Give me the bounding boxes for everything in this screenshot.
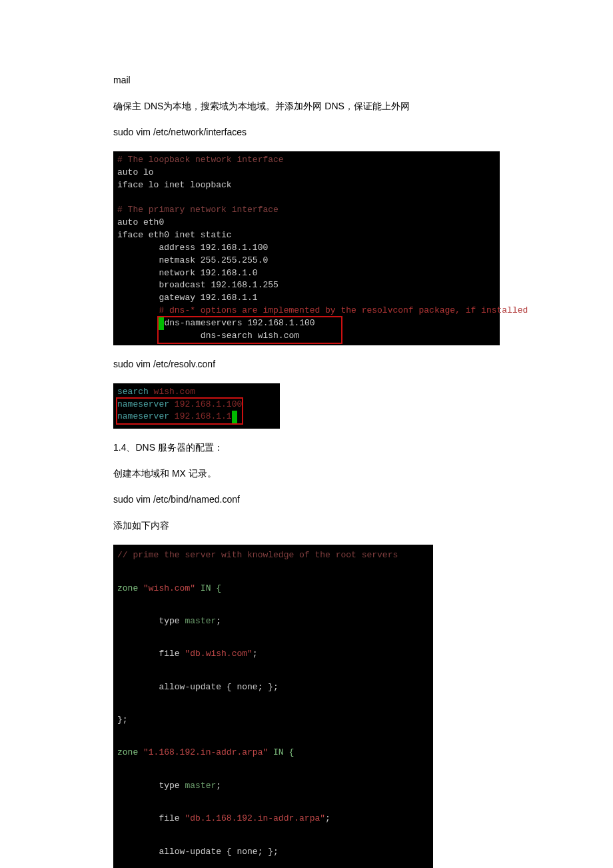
term3-l3b: master — [185, 616, 216, 626]
term3-l9c: ; — [325, 813, 330, 823]
term3-l4b: "db.wish.com" — [185, 649, 252, 659]
term3-l5: allow-update { none; }; — [117, 682, 279, 692]
document-page: mail 确保主 DNS为本地，搜索域为本地域。并添加外网 DNS，保证能上外网… — [0, 0, 613, 868]
term1-l6: auto eth0 — [117, 217, 164, 227]
term2-l1b: wish.com — [154, 387, 195, 397]
term3-l10: allow-update { none; }; — [117, 847, 279, 857]
term1-l14b: dns-nameservers 192.168.1.100 — [164, 318, 314, 328]
text-dns-note: 确保主 DNS为本地，搜索域为本地域。并添加外网 DNS，保证能上外网 — [113, 99, 500, 113]
term3-l7c: IN { — [268, 747, 294, 757]
term3-l2b: "wish.com" — [143, 583, 195, 593]
text-create-zone: 创建本地域和 MX 记录。 — [113, 467, 500, 481]
highlight-box-dns: dns-nameservers 192.168.1.100 dns-search… — [159, 317, 340, 343]
term3-l3a: type — [117, 616, 185, 626]
text-mail: mail — [113, 73, 500, 87]
cmd-named-conf: sudo vim /etc/bind/named.conf — [113, 493, 500, 507]
term1-l13: # dns-* options are implemented by the r… — [117, 305, 528, 315]
term3-l2c: IN { — [195, 583, 221, 593]
term1-l10: network 192.168.1.0 — [117, 268, 258, 278]
text-add-following: 添加如下内容 — [113, 519, 500, 533]
term1-l3: iface lo inet loopback — [117, 180, 232, 190]
term3-l9b: "db.1.168.192.in-addr.arpa" — [185, 813, 325, 823]
term1-l12: gateway 192.168.1.1 — [117, 293, 258, 303]
term1-l15a — [159, 331, 200, 341]
term1-l5: # The primary network interface — [117, 205, 279, 215]
term2-l2a: nameserver — [117, 399, 175, 409]
term3-l6: }; — [117, 715, 128, 725]
term3-l8a: type — [117, 781, 185, 791]
terminal-resolv: search wish.com nameserver 192.168.1.100… — [113, 383, 280, 429]
term3-l4a: file — [117, 649, 185, 659]
term1-l15b: dns-search wish.com — [201, 331, 299, 341]
cmd-resolv: sudo vim /etc/resolv.conf — [113, 357, 500, 371]
term1-l8: address 192.168.1.100 — [117, 243, 268, 253]
term3-l2a: zone — [117, 583, 143, 593]
term3-l3c: ; — [216, 616, 221, 626]
term1-l11: broadcast 192.168.1.255 — [117, 280, 279, 290]
term3-l7a: zone — [117, 747, 143, 757]
term3-l1: // prime the server with knowledge of th… — [117, 550, 398, 560]
term1-l9: netmask 255.255.255.0 — [117, 255, 268, 265]
cursor-icon-2 — [232, 411, 237, 423]
term3-l9a: file — [117, 813, 185, 823]
term1-l14a — [117, 331, 159, 341]
term3-l8c: ; — [216, 781, 221, 791]
term2-l1a: search — [117, 387, 154, 397]
highlight-box-nameserver: nameserver 192.168.1.100 nameserver 192.… — [117, 399, 242, 424]
term2-l3b: 192.168.1.1 — [175, 411, 232, 421]
terminal-named-conf: // prime the server with knowledge of th… — [113, 545, 433, 868]
term3-l7b: "1.168.192.in-addr.arpa" — [143, 747, 268, 757]
term1-l1: # The loopback network interface — [117, 155, 284, 165]
term2-l3a: nameserver — [117, 411, 175, 421]
text-section-1-4: 1.4、DNS 服务器的配置： — [113, 441, 500, 455]
terminal-interfaces: # The loopback network interface auto lo… — [113, 151, 500, 345]
term3-l8b: master — [185, 781, 216, 791]
term2-l2b: 192.168.1.100 — [175, 399, 242, 409]
term1-l7: iface eth0 inet static — [117, 230, 232, 240]
term3-l4c: ; — [253, 649, 258, 659]
cmd-interfaces: sudo vim /etc/network/interfaces — [113, 125, 500, 139]
term1-l2: auto lo — [117, 167, 154, 177]
